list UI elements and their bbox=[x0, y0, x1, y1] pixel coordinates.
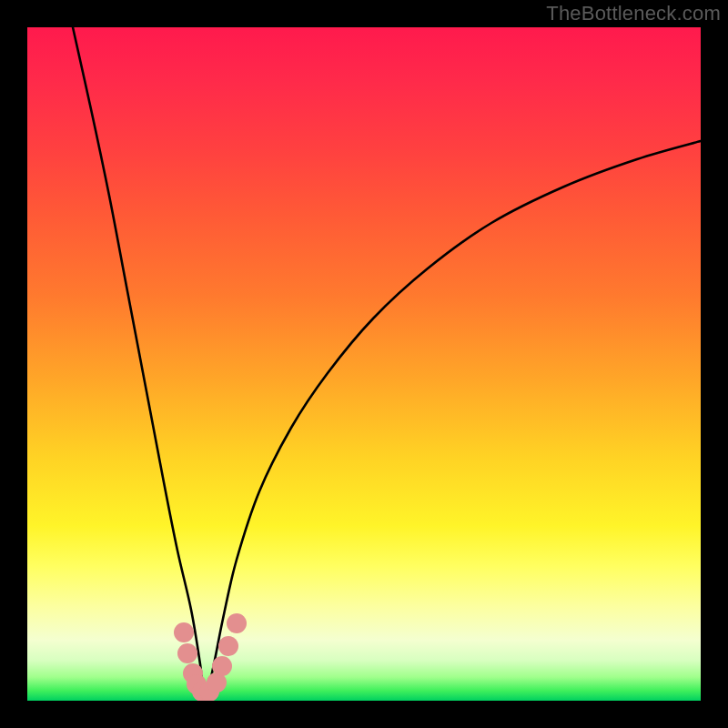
marker-group bbox=[174, 613, 247, 701]
bottleneck-curve-path bbox=[73, 27, 701, 701]
chart-frame: TheBottleneck.com bbox=[0, 0, 728, 728]
marker-dot bbox=[177, 643, 197, 663]
watermark-text: TheBottleneck.com bbox=[546, 2, 721, 25]
marker-dot bbox=[218, 636, 238, 656]
plot-area bbox=[27, 27, 701, 701]
curve-svg bbox=[27, 27, 701, 701]
marker-dot bbox=[212, 656, 232, 676]
marker-dot bbox=[227, 613, 247, 633]
marker-dot bbox=[174, 622, 194, 642]
